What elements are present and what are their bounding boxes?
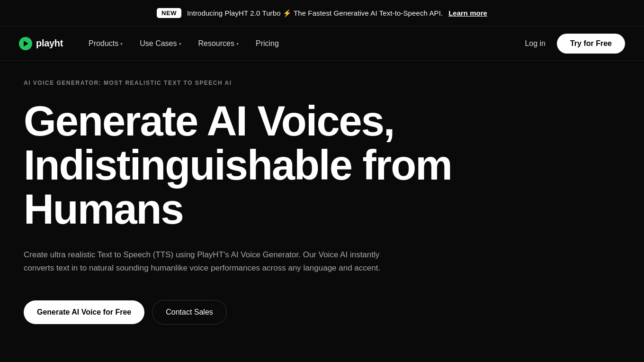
resources-label: Resources (198, 39, 234, 48)
new-badge: NEW (157, 8, 181, 18)
logo-text: playht (36, 38, 63, 49)
products-chevron-icon: ▾ (120, 41, 123, 46)
learn-more-link[interactable]: Learn more (448, 9, 487, 17)
announcement-text: Introducing PlayHT 2.0 Turbo ⚡ The Faste… (187, 9, 443, 18)
nav-right: Log in Try for Free (523, 34, 625, 54)
avatar-row: 👤 👤 👤 👤 👤 (24, 359, 620, 362)
pricing-label: Pricing (256, 39, 279, 48)
nav-item-resources[interactable]: Resources ▾ (192, 36, 245, 52)
resources-chevron-icon: ▾ (236, 41, 239, 46)
hero-title-line2: Indistinguishable from Humans (24, 142, 452, 233)
logo-icon (19, 37, 32, 50)
hero-title-line1: Generate AI Voices, (24, 98, 394, 145)
login-button[interactable]: Log in (523, 36, 547, 52)
hero-title: Generate AI Voices, Indistinguishable fr… (24, 100, 620, 231)
nav-item-products[interactable]: Products ▾ (82, 36, 129, 52)
hero-eyebrow: AI VOICE GENERATOR: MOST REALISTIC TEXT … (24, 80, 620, 86)
hero-section: AI VOICE GENERATOR: MOST REALISTIC TEXT … (0, 61, 644, 362)
nav-items: Products ▾ Use Cases ▾ Resources ▾ Prici… (82, 36, 286, 52)
hero-description: Create ultra realistic Text to Speech (T… (24, 248, 384, 275)
use-cases-label: Use Cases (140, 39, 177, 48)
products-label: Products (89, 39, 118, 48)
main-nav: playht Products ▾ Use Cases ▾ Resources … (0, 27, 644, 61)
nav-item-use-cases[interactable]: Use Cases ▾ (133, 36, 188, 52)
try-free-button[interactable]: Try for Free (557, 34, 625, 54)
nav-item-pricing[interactable]: Pricing (249, 36, 286, 52)
use-cases-chevron-icon: ▾ (179, 41, 181, 46)
announcement-bar: NEW Introducing PlayHT 2.0 Turbo ⚡ The F… (0, 0, 644, 27)
generate-voice-button[interactable]: Generate AI Voice for Free (24, 300, 144, 324)
hero-buttons: Generate AI Voice for Free Contact Sales (24, 300, 620, 325)
logo[interactable]: playht (19, 37, 63, 50)
contact-sales-button[interactable]: Contact Sales (152, 300, 227, 325)
nav-left: playht Products ▾ Use Cases ▾ Resources … (19, 36, 286, 52)
